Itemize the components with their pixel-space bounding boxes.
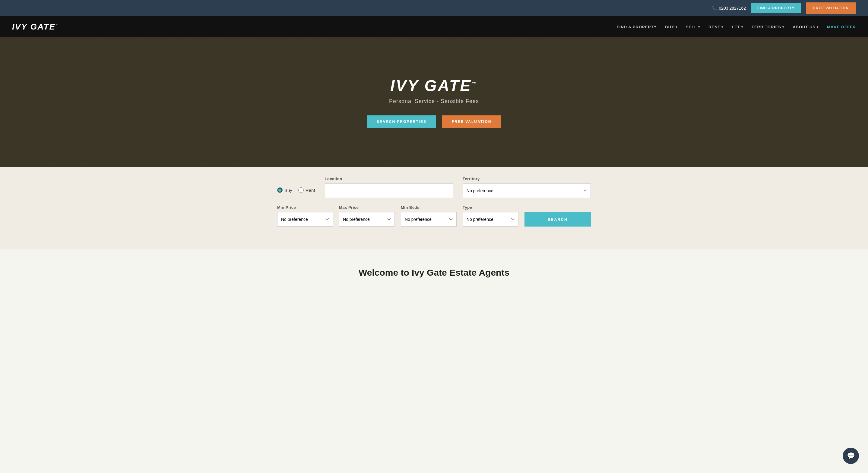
max-price-field-group: Max Price No preference: [339, 205, 395, 227]
find-property-button-top[interactable]: FIND A PROPERTY: [751, 3, 801, 13]
chevron-down-icon: ▾: [741, 25, 743, 29]
buy-radio[interactable]: [277, 188, 283, 193]
hero-content: IVY GATE™ Personal Service - Sensible Fe…: [367, 76, 501, 128]
free-valuation-button-hero[interactable]: FREE VALUATION: [442, 115, 501, 128]
search-top-row: Buy Rent Location Territory No preferenc…: [277, 176, 591, 198]
nav-territories[interactable]: TERRITORIES▾: [752, 25, 784, 29]
search-bottom-row: Min Price No preference Max Price No pre…: [277, 205, 591, 227]
main-nav: IVY GATE™ FIND A PROPERTY BUY▾ SELL▾ REN…: [0, 16, 868, 37]
type-select[interactable]: No preference: [463, 212, 519, 227]
search-type-radio-group: Buy Rent: [277, 176, 315, 193]
type-label: Type: [463, 205, 519, 210]
site-logo[interactable]: IVY GATE™: [12, 22, 59, 32]
chevron-down-icon: ▾: [676, 25, 677, 29]
min-price-field-group: Min Price No preference: [277, 205, 333, 227]
max-price-label: Max Price: [339, 205, 395, 210]
min-beds-label: Min Beds: [401, 205, 457, 210]
nav-sell[interactable]: SELL▾: [686, 25, 700, 29]
phone-number: 📞 0203 2827162: [712, 6, 746, 10]
chevron-down-icon: ▾: [721, 25, 723, 29]
buy-radio-label[interactable]: Buy: [277, 188, 292, 193]
top-bar: 📞 0203 2827162 FIND A PROPERTY FREE VALU…: [0, 0, 868, 16]
hero-buttons: SEARCH PROPERTIES FREE VALUATION: [367, 115, 501, 128]
min-beds-field-group: Min Beds No preference: [401, 205, 457, 227]
nav-let[interactable]: LET▾: [732, 25, 743, 29]
search-properties-button[interactable]: SEARCH PROPERTIES: [367, 115, 436, 128]
location-label: Location: [325, 176, 453, 181]
location-field-group: Location: [325, 176, 453, 198]
rent-radio[interactable]: [298, 188, 304, 193]
nav-rent[interactable]: RENT▾: [709, 25, 723, 29]
free-valuation-button-top[interactable]: FREE VALUATION: [806, 2, 856, 14]
territory-label: Territory: [463, 176, 591, 181]
welcome-heading: Welcome to Ivy Gate Estate Agents: [0, 249, 868, 284]
nav-make-offer[interactable]: MAKE OFFER: [827, 25, 856, 29]
search-panel: Buy Rent Location Territory No preferenc…: [265, 167, 603, 237]
territory-field-group: Territory No preference: [463, 176, 591, 198]
hero-logo: IVY GATE™: [367, 76, 501, 95]
hero-section: IVY GATE™ Personal Service - Sensible Fe…: [0, 37, 868, 167]
hero-tagline: Personal Service - Sensible Fees: [367, 98, 501, 105]
nav-about-us[interactable]: ABOUT US▾: [793, 25, 818, 29]
location-input[interactable]: [325, 183, 453, 198]
phone-icon: 📞: [712, 6, 717, 10]
nav-find-property[interactable]: FIND A PROPERTY: [617, 25, 657, 29]
min-price-select[interactable]: No preference: [277, 212, 333, 227]
chevron-down-icon: ▾: [817, 25, 818, 29]
chevron-down-icon: ▾: [698, 25, 700, 29]
chevron-down-icon: ▾: [782, 25, 784, 29]
type-field-group: Type No preference: [463, 205, 519, 227]
max-price-select[interactable]: No preference: [339, 212, 395, 227]
rent-radio-label[interactable]: Rent: [298, 188, 315, 193]
territory-select[interactable]: No preference: [463, 183, 591, 198]
min-price-label: Min Price: [277, 205, 333, 210]
search-button[interactable]: SEARCH: [525, 212, 591, 227]
nav-links: FIND A PROPERTY BUY▾ SELL▾ RENT▾ LET▾ TE…: [617, 25, 856, 29]
min-beds-select[interactable]: No preference: [401, 212, 457, 227]
nav-buy[interactable]: BUY▾: [665, 25, 677, 29]
